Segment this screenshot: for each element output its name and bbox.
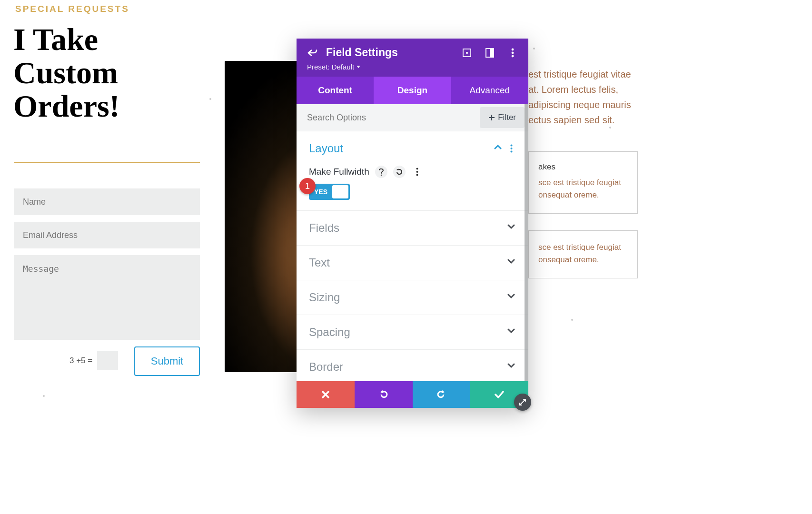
cancel-button[interactable] (297, 381, 355, 408)
step-badge-1: 1 (299, 178, 316, 194)
chevron-up-icon (494, 144, 503, 153)
speck (533, 48, 535, 49)
help-icon[interactable] (375, 166, 387, 178)
svg-point-4 (512, 48, 514, 50)
chevron-down-icon (507, 224, 516, 232)
section-sizing-title: Sizing (309, 291, 507, 304)
section-text-title: Text (309, 256, 507, 269)
option-kebab-icon[interactable] (411, 166, 424, 178)
svg-point-13 (416, 174, 418, 176)
svg-point-5 (512, 51, 514, 54)
modal-title: Field Settings (326, 46, 398, 59)
svg-rect-3 (490, 49, 494, 57)
reset-icon[interactable] (393, 166, 406, 178)
section-fields: Fields (297, 210, 528, 245)
speck (571, 319, 573, 321)
preset-selector[interactable]: Preset: Default (307, 63, 518, 71)
section-border-header[interactable]: Border (297, 350, 528, 381)
section-text-header[interactable]: Text (297, 246, 528, 280)
section-layout-kebab-icon[interactable] (510, 144, 516, 153)
email-field[interactable] (14, 222, 200, 248)
info-card-2: sce est tristique feugiat onsequat oreme… (528, 230, 638, 278)
chevron-down-icon (507, 293, 516, 302)
make-fullwidth-row: Make Fullwidth (309, 166, 516, 178)
make-fullwidth-label: Make Fullwidth (309, 167, 369, 177)
svg-point-8 (511, 148, 513, 149)
svg-point-10 (381, 175, 382, 176)
toggle-knob (332, 185, 348, 198)
chevron-down-icon (507, 258, 516, 267)
section-border-title: Border (309, 360, 507, 374)
card-1-body: sce est tristique feugiat onsequat oreme… (538, 177, 628, 202)
modal-scrollbar[interactable] (525, 104, 528, 381)
info-card-1: akes sce est tristique feugiat onsequat … (528, 151, 638, 214)
svg-point-12 (416, 171, 418, 173)
svg-point-9 (511, 151, 513, 153)
filter-button[interactable]: Filter (480, 107, 525, 128)
divider (14, 162, 200, 163)
portrait-icon[interactable] (485, 48, 495, 58)
undo-button[interactable] (355, 381, 413, 408)
captcha-row: 3 +5 = (69, 351, 118, 370)
section-sizing-header[interactable]: Sizing (297, 280, 528, 315)
search-options-input[interactable] (297, 105, 480, 130)
section-fields-header[interactable]: Fields (297, 211, 528, 245)
search-options-row: Filter (297, 104, 528, 131)
modal-header: Field Settings Preset: Default (297, 39, 528, 77)
sections-list: Layout Make Fullwidth 1 YES (297, 131, 528, 381)
section-spacing-title: Spacing (309, 326, 507, 339)
redo-button[interactable] (413, 381, 471, 408)
chevron-down-icon (507, 328, 516, 336)
card-1-title: akes (538, 162, 628, 172)
section-layout: Layout Make Fullwidth 1 YES (297, 131, 528, 210)
section-fields-title: Fields (309, 221, 507, 235)
preset-label: Preset: Default (307, 63, 354, 71)
captcha-input[interactable] (97, 351, 118, 370)
section-spacing-header[interactable]: Spacing (297, 315, 528, 349)
svg-point-7 (511, 145, 513, 147)
section-layout-header[interactable]: Layout (297, 131, 528, 166)
svg-point-11 (416, 168, 418, 170)
section-text: Text (297, 245, 528, 280)
modal-footer (297, 381, 528, 408)
expand-icon[interactable] (462, 48, 472, 58)
kebab-menu-icon[interactable] (507, 48, 518, 58)
speck (609, 127, 611, 128)
section-sizing: Sizing (297, 280, 528, 315)
field-settings-modal: Field Settings Preset: Default Content D… (297, 39, 528, 408)
back-icon[interactable] (307, 48, 317, 58)
modal-tabs: Content Design Advanced (297, 77, 528, 104)
svg-point-6 (512, 55, 514, 57)
speck (209, 98, 211, 100)
page-headline: I Take Custom Orders! (13, 23, 185, 123)
section-layout-body: Make Fullwidth 1 YES (297, 166, 528, 210)
tab-design[interactable]: Design (374, 77, 451, 104)
captcha-prompt: 3 +5 = (69, 356, 92, 366)
speck (43, 395, 45, 397)
tab-advanced[interactable]: Advanced (451, 77, 528, 104)
resize-handle[interactable] (514, 394, 531, 411)
svg-rect-1 (466, 52, 468, 54)
special-requests-eyebrow: SPECIAL REQUESTS (15, 4, 129, 14)
card-2-body: sce est tristique feugiat onsequat oreme… (538, 241, 628, 267)
chevron-down-icon (507, 363, 516, 371)
section-border: Border (297, 349, 528, 381)
message-field[interactable] (14, 255, 200, 340)
tab-content[interactable]: Content (297, 77, 374, 104)
section-layout-title: Layout (309, 142, 494, 155)
right-paragraph: est tristique feugiat vitae at. Lorem le… (528, 67, 643, 128)
section-spacing: Spacing (297, 315, 528, 349)
name-field[interactable] (14, 188, 200, 215)
submit-button[interactable]: Submit (134, 346, 200, 376)
filter-label: Filter (498, 113, 516, 122)
